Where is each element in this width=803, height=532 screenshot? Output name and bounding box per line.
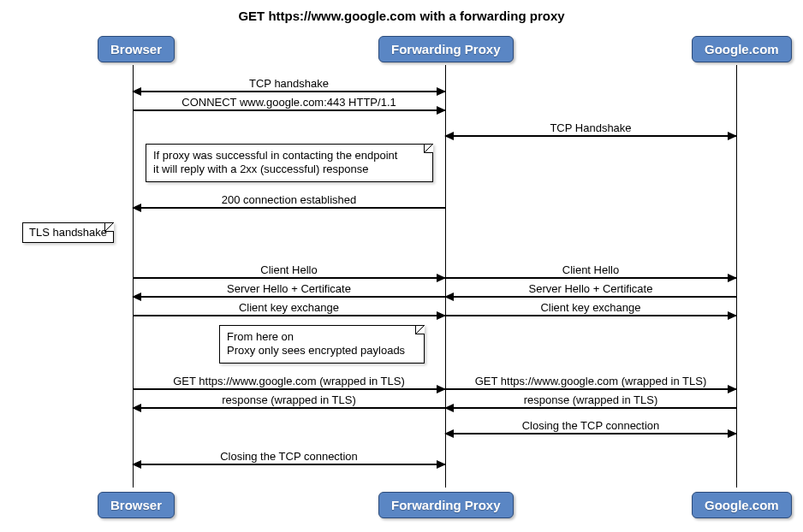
actor-proxy-top: Forwarding Proxy [378, 36, 514, 62]
msg-label: response (wrapped in TLS) [445, 393, 736, 406]
msg-tcp-handshake-pg: TCP Handshake [445, 121, 736, 137]
msg-label: Client key exchange [133, 301, 445, 314]
msg-server-hello-bp: Server Hello + Certificate [133, 282, 445, 298]
note-line: If proxy was successful in contacting th… [153, 149, 425, 163]
msg-label: Client key exchange [445, 301, 736, 314]
note-line: From here on [227, 330, 417, 344]
msg-label: TCP Handshake [445, 121, 736, 134]
msg-response-tls-bp: response (wrapped in TLS) [133, 393, 445, 409]
note-line: TLS handshake [29, 226, 107, 239]
msg-label: Client Hello [133, 263, 445, 276]
msg-key-exchange-bp: Client key exchange [133, 301, 445, 316]
actor-proxy-bottom: Forwarding Proxy [378, 492, 514, 518]
note-line: Proxy only sees encrypted payloads [227, 344, 417, 358]
msg-get-tls-pg: GET https://www.google.com (wrapped in T… [445, 375, 736, 390]
msg-label: Server Hello + Certificate [445, 282, 736, 295]
actor-google-bottom: Google.com [692, 492, 792, 518]
actor-browser-top: Browser [98, 36, 175, 62]
msg-label: 200 connection established [133, 193, 445, 206]
msg-tcp-handshake-bp: TCP handshake [133, 77, 445, 92]
msg-client-hello-bp: Client Hello [133, 263, 445, 279]
sequence-diagram: GET https://www.google.com with a forwar… [9, 9, 794, 523]
actor-browser-bottom: Browser [98, 492, 175, 518]
msg-server-hello-pg: Server Hello + Certificate [445, 282, 736, 298]
msg-label: Server Hello + Certificate [133, 282, 445, 295]
msg-200-established: 200 connection established [133, 193, 445, 209]
msg-client-hello-pg: Client Hello [445, 263, 736, 279]
note-line: it will reply with a 2xx (successful) re… [153, 163, 425, 176]
msg-label: TCP handshake [133, 77, 445, 90]
note-encrypted-payloads: From here on Proxy only sees encrypted p… [219, 325, 425, 364]
note-tls-handshake: TLS handshake [22, 222, 114, 243]
msg-label: Closing the TCP connection [445, 419, 736, 432]
msg-label: GET https://www.google.com (wrapped in T… [133, 375, 445, 387]
msg-label: CONNECT www.google.com:443 HTTP/1.1 [133, 96, 445, 109]
msg-label: response (wrapped in TLS) [133, 393, 445, 406]
msg-close-bp: Closing the TCP connection [133, 450, 445, 465]
msg-label: Client Hello [445, 263, 736, 276]
note-proxy-success: If proxy was successful in contacting th… [146, 144, 433, 182]
msg-label: GET https://www.google.com (wrapped in T… [445, 375, 736, 387]
diagram-title: GET https://www.google.com with a forwar… [9, 9, 794, 23]
msg-key-exchange-pg: Client key exchange [445, 301, 736, 316]
msg-response-tls-pg: response (wrapped in TLS) [445, 393, 736, 409]
msg-close-pg: Closing the TCP connection [445, 419, 736, 434]
msg-get-tls-bp: GET https://www.google.com (wrapped in T… [133, 375, 445, 390]
actor-google-top: Google.com [692, 36, 792, 62]
msg-connect: CONNECT www.google.com:443 HTTP/1.1 [133, 96, 445, 111]
msg-label: Closing the TCP connection [133, 450, 445, 463]
